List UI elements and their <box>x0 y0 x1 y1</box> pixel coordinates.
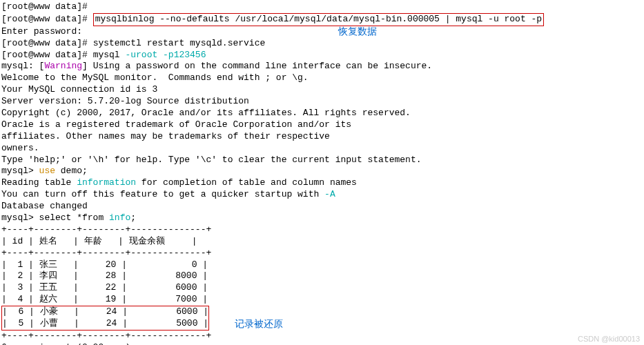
info-line: You can turn off this feature to get a q… <box>1 189 643 201</box>
table-header: | id | 姓名 | 年龄 | 现金余额 | <box>1 236 643 248</box>
flag: -A <box>324 189 335 199</box>
prompt: [root@www data]# <box>1 1 93 12</box>
prompt: [root@www data]# <box>1 50 93 60</box>
mysql-cmd: mysql> use demo; <box>1 166 643 177</box>
warning-label: Warning <box>44 61 82 71</box>
command: mysql <box>93 50 126 60</box>
server-version: Server version: 5.7.20-log Source distri… <box>1 96 643 108</box>
table-separator: +----+--------+--------+--------------+ <box>1 224 643 236</box>
trademark-line: owners. <box>1 143 643 155</box>
keyword: information <box>77 177 136 188</box>
table-row: | 1 | 张三 | 20 | 0 | <box>1 259 643 271</box>
mysql-cmd: mysql> select *from info; <box>1 213 643 224</box>
terminal-line: [root@www data]# <box>1 1 643 13</box>
trademark-line: Oracle is a registered trademark of Orac… <box>1 119 643 131</box>
annotation-restore-data: 恢复数据 <box>338 25 377 37</box>
prompt: [root@www data]# <box>1 14 93 24</box>
copyright-line: Copyright (c) 2000, 2017, Oracle and/or … <box>1 108 643 119</box>
trademark-line: affiliates. Other names may be trademark… <box>1 131 643 143</box>
table-row: | 2 | 李四 | 28 | 8000 | <box>1 270 643 282</box>
highlighted-command: mysqlbinlog --no-defaults /usr/local/mys… <box>93 13 545 26</box>
annotation-records-restored: 记录被还原 <box>235 317 283 330</box>
welcome-line: Welcome to the MySQL monitor. Commands e… <box>1 72 643 84</box>
prompt: [root@www data]# <box>1 38 93 48</box>
result-count: 6 rows in set (0.00 sec) <box>1 342 643 345</box>
sql-keyword: use <box>39 166 55 176</box>
table-row: | 5 | 小曹 | 24 | 5000 | <box>2 318 208 330</box>
table-row: | 6 | 小豪 | 24 | 6000 | <box>2 306 208 318</box>
password-prompt: Enter password: <box>1 26 643 38</box>
info-line: Reading table information for completion… <box>1 177 643 189</box>
terminal-line-cmd: [root@www data]# mysql -uroot -p123456 <box>1 50 643 61</box>
table-separator: +----+--------+--------+--------------+ <box>1 248 643 259</box>
table-row: | 3 | 王五 | 22 | 6000 | <box>1 282 643 294</box>
highlighted-rows: | 6 | 小豪 | 24 | 6000 | | 5 | 小曹 | 24 | 5… <box>1 306 209 331</box>
db-changed: Database changed <box>1 201 643 213</box>
connection-id: Your MySQL connection id is 3 <box>1 84 643 96</box>
command-args: -uroot -p123456 <box>125 50 206 60</box>
terminal-line-cmd: [root@www data]# systemctl restart mysql… <box>1 38 643 50</box>
help-line: Type 'help;' or '\h' for help. Type '\c'… <box>1 155 643 166</box>
table-separator: +----+--------+--------+--------------+ <box>1 331 643 342</box>
watermark: CSDN @kid00013 <box>578 334 640 344</box>
table-name: info <box>109 213 130 223</box>
table-row: | 4 | 赵六 | 19 | 7000 | <box>1 294 643 306</box>
warning-line: mysql: [Warning] Using a password on the… <box>1 61 643 72</box>
terminal-line-cmd: [root@www data]# mysqlbinlog --no-defaul… <box>1 13 643 26</box>
command: systemctl restart mysqld.service <box>93 38 266 48</box>
